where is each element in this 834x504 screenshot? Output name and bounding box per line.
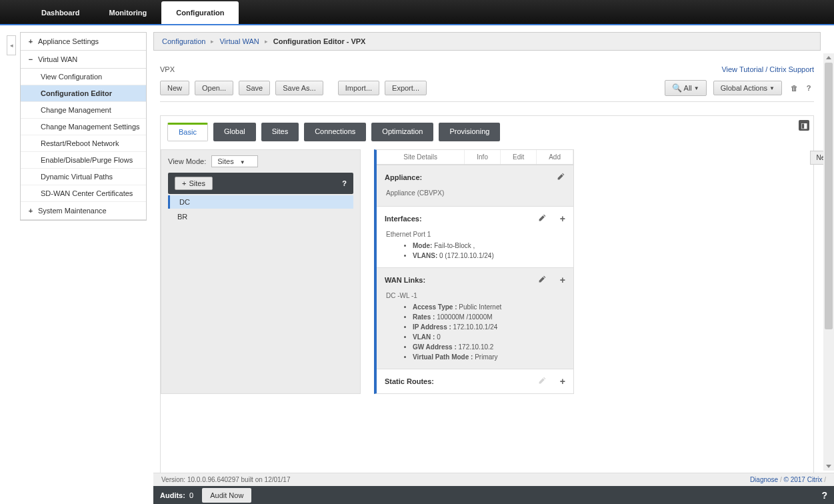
tab-dashboard[interactable]: Dashboard — [27, 1, 94, 24]
interface-port: Ethernet Port 1 — [386, 231, 564, 238]
sidebar-virtual-wan[interactable]: − Virtual WAN — [21, 51, 146, 69]
collapse-sidebar-icon[interactable]: ◂ — [7, 35, 16, 55]
label: Appliance Settings — [38, 37, 99, 45]
saveas-button[interactable]: Save As... — [275, 81, 323, 95]
tab-site-details[interactable]: Site Details — [377, 150, 465, 164]
tab-monitoring[interactable]: Monitoring — [94, 1, 161, 24]
config-tabs: Basic Global Sites Connections Optimizat… — [167, 123, 813, 141]
separator — [160, 101, 814, 102]
edit-static-routes-icon[interactable] — [538, 376, 547, 387]
new-button[interactable]: New — [160, 81, 189, 95]
global-actions-button[interactable]: Global Actions ▼ — [713, 81, 782, 95]
audits-label: Audits: — [160, 491, 185, 499]
footer-audit-bar: Audits: 0 Audit Now ? — [153, 486, 834, 504]
crumb-virtual-wan[interactable]: Virtual WAN — [219, 37, 259, 45]
wan-row: Rates : 100000M /10000M — [413, 312, 564, 322]
static-routes-header: Static Routes: — [385, 377, 434, 385]
chevron-right-icon: ▸ — [265, 38, 268, 45]
crumb-configuration[interactable]: Configuration — [162, 37, 205, 45]
label: System Maintenance — [38, 207, 107, 215]
interfaces-header: Interfaces: — [385, 215, 422, 223]
add-static-route-icon[interactable]: + — [560, 376, 565, 387]
interface-mode-row: Mode: Fail-to-Block , — [413, 241, 564, 251]
tab-basic[interactable]: Basic — [167, 123, 208, 141]
wan-rows: Access Type : Public Internet Rates : 10… — [386, 302, 564, 362]
wan-links-section: WAN Links: + DC -WL -1 Access — [377, 267, 573, 369]
tab-optimization[interactable]: Optimization — [371, 123, 433, 141]
tab-info[interactable]: Info — [465, 150, 501, 164]
link-diagnose[interactable]: Diagnose — [750, 476, 778, 483]
vertical-scrollbar[interactable] — [823, 53, 834, 471]
footer-help-icon[interactable]: ? — [821, 490, 827, 501]
wan-row: Virtual Path Mode : Primary — [413, 352, 564, 362]
save-button[interactable]: Save — [239, 81, 270, 95]
chevron-down-icon: ▼ — [769, 85, 775, 91]
add-interface-icon[interactable]: + — [560, 213, 565, 224]
sidebar-restart-reboot[interactable]: Restart/Reboot Network — [21, 135, 146, 152]
detail-tabs: Site Details Info Edit Add — [377, 150, 573, 165]
edit-appliance-icon[interactable] — [557, 172, 565, 183]
tab-provisioning[interactable]: Provisioning — [439, 123, 500, 141]
export-button[interactable]: Export... — [385, 81, 427, 95]
trash-icon[interactable]: 🗑 — [789, 83, 799, 93]
view-mode-label: View Mode: — [168, 157, 206, 165]
view-mode-select[interactable]: Sites ▼ — [211, 155, 257, 167]
search-all-button[interactable]: 🔍 All ▼ — [665, 80, 707, 96]
edit-interfaces-icon[interactable] — [538, 213, 547, 224]
editor-body: ◨ Basic Global Sites Connections Optimiz… — [160, 115, 814, 504]
link-copyright[interactable]: © 2017 Citrix — [783, 476, 822, 483]
search-icon: 🔍 — [672, 83, 682, 93]
tab-configuration[interactable]: Configuration — [161, 1, 239, 24]
sidebar-configuration-editor[interactable]: Configuration Editor — [21, 85, 146, 102]
wan-name: DC -WL -1 — [386, 292, 564, 299]
tab-global[interactable]: Global — [213, 123, 256, 141]
footer-info-bar: Version: 10.0.0.96.640297 built on 12/01… — [153, 473, 834, 486]
open-button[interactable]: Open... — [195, 81, 233, 95]
sidebar-view-configuration[interactable]: View Configuration — [21, 69, 146, 85]
tab-add[interactable]: Add — [537, 150, 573, 164]
sidebar-enable-disable-purge[interactable]: Enable/Disable/Purge Flows — [21, 152, 146, 169]
plus-icon: + — [27, 37, 34, 45]
audit-now-button[interactable]: Audit Now — [202, 488, 251, 503]
wan-row: Access Type : Public Internet — [413, 302, 564, 312]
sidebar-dynamic-virtual-paths[interactable]: Dynamic Virtual Paths — [21, 169, 146, 185]
toolbar-left: New Open... Save Save As... Import... Ex… — [160, 81, 429, 95]
site-item-br[interactable]: BR — [168, 210, 353, 223]
add-site-button[interactable]: + Sites — [175, 177, 213, 190]
site-details-panel: Site Details Info Edit Add Appliance: — [374, 149, 574, 394]
tab-sites[interactable]: Sites — [261, 123, 299, 141]
sidebar-system-maintenance[interactable]: + System Maintenance — [21, 202, 146, 220]
wan-row: VLAN : 0 — [413, 332, 564, 342]
expand-panel-icon[interactable]: ◨ — [799, 120, 809, 131]
tab-connections[interactable]: Connections — [304, 123, 366, 141]
wan-row: IP Address : 172.10.10.1/24 — [413, 322, 564, 332]
chevron-right-icon: ▸ — [211, 38, 214, 45]
site-item-dc[interactable]: DC — [168, 195, 353, 209]
chevron-down-icon: ▼ — [240, 159, 245, 165]
sites-panel: View Mode: Sites ▼ + Sites ? DC — [161, 149, 361, 394]
edit-wan-icon[interactable] — [538, 275, 547, 285]
appliance-value: Appliance (CBVPX) — [386, 189, 564, 197]
sidebar-appliance-settings[interactable]: + Appliance Settings — [21, 33, 146, 51]
label: Virtual WAN — [38, 55, 77, 63]
link-citrix-support[interactable]: Citrix Support — [769, 65, 814, 73]
sidebar-change-mgmt-settings[interactable]: Change Management Settings — [21, 119, 146, 135]
add-wan-icon[interactable]: + — [560, 275, 565, 285]
help-icon[interactable]: ? — [803, 83, 814, 93]
import-button[interactable]: Import... — [338, 81, 379, 95]
top-nav: Dashboard Monitoring Configuration — [0, 0, 834, 25]
sidebar-change-management[interactable]: Change Management — [21, 102, 146, 119]
tab-edit[interactable]: Edit — [501, 150, 537, 164]
breadcrumb: Configuration ▸ Virtual WAN ▸ Configurat… — [153, 32, 821, 51]
static-routes-section: Static Routes: + — [377, 369, 573, 393]
minus-icon: − — [27, 55, 34, 63]
interfaces-section: Interfaces: + Ethernet Port 1 — [377, 206, 573, 267]
appliance-section: Appliance: Appliance (CBVPX) — [377, 165, 573, 206]
version-text: Version: 10.0.0.96.640297 built on 12/01… — [161, 476, 291, 483]
chevron-down-icon: ▼ — [694, 85, 699, 91]
help-icon[interactable]: ? — [342, 179, 347, 187]
sidebar-sdwan-certs[interactable]: SD-WAN Center Certificates — [21, 185, 146, 202]
link-view-tutorial[interactable]: View Tutorial — [721, 65, 763, 73]
sidebar: + Appliance Settings − Virtual WAN View … — [20, 32, 147, 221]
plus-icon: + — [27, 207, 34, 215]
